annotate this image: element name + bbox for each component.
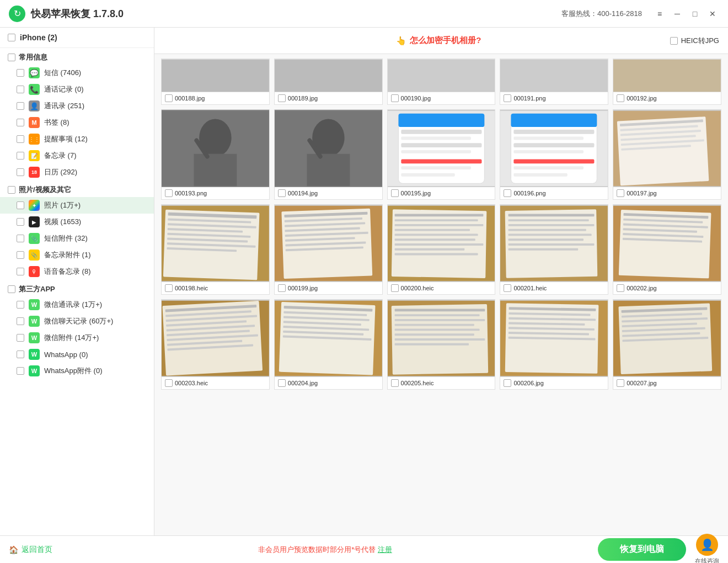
cb-204[interactable] (278, 379, 286, 387)
section-thirdparty-checkbox[interactable] (8, 285, 15, 293)
grid-item[interactable]: 000199.jpg (274, 204, 383, 295)
grid-item[interactable]: 000205.heic (387, 299, 496, 390)
sidebar-item-calls[interactable]: 📞 通话记录 (0) (0, 81, 154, 98)
cb-188[interactable] (165, 94, 173, 102)
mms-checkbox[interactable] (17, 235, 24, 242)
filename-204: 000204.jpg (275, 377, 382, 389)
grid-item[interactable]: 000202.jpg (613, 204, 721, 295)
calls-checkbox[interactable] (17, 86, 24, 93)
cb-196[interactable] (504, 189, 511, 197)
sidebar-item-wechat-chat[interactable]: W 微信聊天记录 (60万+) (0, 313, 154, 330)
grid-item[interactable]: 000204.jpg (274, 299, 383, 390)
svg-rect-68 (394, 238, 475, 241)
cb-201[interactable] (504, 284, 511, 292)
restore-button[interactable]: 恢复到电脑 (598, 538, 686, 561)
sidebar-item-noteatt[interactable]: 📎 备忘录附件 (1) (0, 247, 154, 263)
grid-item[interactable]: 000189.jpg (274, 59, 383, 105)
promo-banner[interactable]: 👆 怎么加密手机相册? (396, 35, 481, 46)
reminders-icon: ⋮⋮ (29, 134, 40, 145)
filename-200: 000200.heic (388, 282, 495, 294)
sidebar-item-bookmarks[interactable]: M 书签 (8) (0, 114, 154, 131)
cb-191[interactable] (504, 94, 511, 102)
cb-205[interactable] (391, 379, 399, 387)
sidebar-item-wechat-att[interactable]: W 微信附件 (14万+) (0, 330, 154, 346)
cb-195[interactable] (391, 189, 399, 197)
sidebar-item-reminders[interactable]: ⋮⋮ 提醒事项 (12) (0, 131, 154, 147)
sidebar-item-contacts[interactable]: 👤 通讯录 (251) (0, 98, 154, 114)
sidebar-item-mms[interactable]: 📎 短信附件 (32) (0, 230, 154, 247)
sidebar-item-notes[interactable]: 📝 备忘录 (7) (0, 147, 154, 164)
cb-197[interactable] (617, 189, 624, 197)
cb-203[interactable] (165, 379, 173, 387)
grid-item[interactable]: 000203.heic (161, 299, 270, 390)
noteatt-checkbox[interactable] (17, 251, 24, 259)
grid-item[interactable]: 000196.png (500, 109, 608, 200)
sidebar-item-whatsapp[interactable]: W WhatsApp (0) (0, 346, 154, 363)
cb-189[interactable] (278, 94, 286, 102)
grid-item[interactable]: 000197.jpg (613, 109, 721, 200)
home-button[interactable]: 🏠 返回首页 (9, 545, 52, 555)
thumb-205 (388, 300, 495, 377)
grid-item[interactable]: 000191.png (500, 59, 608, 105)
sidebar-item-calendar[interactable]: 18 日历 (292) (0, 164, 154, 180)
sidebar-item-whatsapp-att[interactable]: W WhatsApp附件 (0) (0, 363, 154, 379)
cb-202[interactable] (617, 284, 624, 292)
sidebar-item-voicememo[interactable]: 🎙 语音备忘录 (8) (0, 263, 154, 280)
cb-199[interactable] (278, 284, 286, 292)
close-button[interactable]: ✕ (706, 7, 719, 20)
grid-item[interactable]: 000188.jpg (161, 59, 270, 105)
grid-item[interactable]: 000206.jpg (500, 299, 608, 390)
grid-item[interactable]: 000201.heic (500, 204, 608, 295)
minimize-button[interactable]: ─ (671, 7, 684, 20)
consult-button[interactable]: 👤 在线咨询 (695, 534, 719, 563)
svg-rect-80 (508, 243, 595, 246)
grid-item[interactable]: 000207.jpg (613, 299, 721, 390)
cb-190[interactable] (391, 94, 399, 102)
cb-198[interactable] (165, 284, 173, 292)
cb-194[interactable] (278, 189, 286, 197)
cb-192[interactable] (617, 94, 624, 102)
register-link[interactable]: 注册 (378, 545, 392, 554)
sms-checkbox[interactable] (17, 69, 24, 77)
grid-item[interactable]: 000195.jpg (387, 109, 496, 200)
heic-checkbox[interactable] (670, 37, 678, 45)
reminders-checkbox[interactable] (17, 135, 24, 143)
sidebar-item-wechat-contacts[interactable]: W 微信通讯录 (1万+) (0, 296, 154, 313)
svg-rect-26 (514, 130, 595, 134)
thumb-195 (388, 110, 495, 187)
voicememo-checkbox[interactable] (17, 268, 24, 275)
contacts-checkbox[interactable] (17, 102, 24, 110)
section-media-checkbox[interactable] (8, 186, 15, 194)
wechat-icon: W (29, 299, 40, 310)
grid-item[interactable]: 000200.heic (387, 204, 496, 295)
heic-toggle[interactable]: HEIC转JPG (670, 36, 719, 46)
bookmarks-checkbox[interactable] (17, 119, 24, 126)
grid-item[interactable]: 000193.png (161, 109, 270, 200)
wa-att-checkbox[interactable] (17, 367, 24, 375)
maximize-button[interactable]: □ (688, 7, 702, 20)
cb-200[interactable] (391, 284, 399, 292)
menu-button[interactable]: ≡ (653, 7, 666, 20)
sidebar-item-videos[interactable]: ▶ 视频 (1653) (0, 214, 154, 230)
videos-checkbox[interactable] (17, 218, 24, 226)
cb-207[interactable] (617, 379, 624, 387)
grid-item[interactable]: 000192.jpg (613, 59, 721, 105)
wc-att-checkbox[interactable] (17, 334, 24, 342)
grid-item[interactable]: 000194.jpg (274, 109, 383, 200)
wc-contacts-checkbox[interactable] (17, 301, 24, 309)
wc-chat-checkbox[interactable] (17, 317, 24, 325)
sidebar-item-photos[interactable]: ✦ 照片 (1万+) (0, 197, 154, 214)
section-common-checkbox[interactable] (8, 54, 15, 61)
photos-checkbox[interactable] (17, 201, 24, 209)
cb-193[interactable] (165, 189, 173, 197)
notes-checkbox[interactable] (17, 152, 24, 160)
device-checkbox[interactable] (8, 34, 15, 41)
consult-avatar: 👤 (696, 534, 718, 556)
cb-206[interactable] (504, 379, 511, 387)
grid-item[interactable]: 000198.heic (161, 204, 270, 295)
sidebar-item-sms[interactable]: 💬 短信 (7406) (0, 65, 154, 81)
device-row[interactable]: iPhone (2) (0, 28, 154, 48)
grid-item[interactable]: 000190.jpg (387, 59, 496, 105)
calendar-checkbox[interactable] (17, 168, 24, 176)
wa-checkbox[interactable] (17, 350, 24, 358)
